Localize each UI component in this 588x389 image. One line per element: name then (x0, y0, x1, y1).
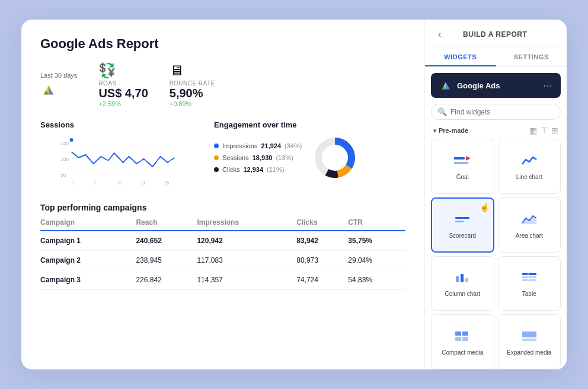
bounce-label: Bounce rate (170, 80, 215, 87)
widget-goal[interactable]: Goal (431, 139, 494, 194)
table-row: Campaign 1240,652120,94283,94235,75% (40, 231, 405, 251)
svg-text:5: 5 (94, 181, 96, 185)
table-cell: 29,04% (348, 251, 405, 270)
table-section: Top performing campaigns Campaign Reach … (40, 203, 405, 290)
period-label: Last 30 days (40, 72, 77, 79)
svg-rect-32 (522, 276, 536, 278)
widget-table[interactable]: Table (498, 256, 561, 311)
svg-rect-40 (522, 339, 536, 341)
more-options-button[interactable]: ⋯ (543, 80, 552, 91)
legend-clicks: Clicks 12,934 (11%) (214, 166, 302, 173)
report-title: Google Ads Report (40, 36, 405, 52)
stat-period: Last 30 days (40, 72, 77, 98)
roas-icon: 💱 (98, 62, 148, 79)
sessions-pct: (13%) (276, 154, 293, 161)
tab-settings[interactable]: SETTINGS (496, 47, 567, 66)
roas-label: ROAS (98, 80, 148, 87)
table-cell: 74,724 (296, 270, 348, 290)
engagement-inner: Impressions 21,924 (34%) Sessions 18,930… (214, 134, 405, 181)
widget-column[interactable]: Column chart (431, 256, 494, 311)
chevron-down-icon: ▾ (433, 127, 436, 134)
scorecard-icon (454, 212, 471, 229)
svg-rect-23 (454, 162, 468, 164)
widget-label-line: Line chart (516, 174, 542, 180)
bounce-icon: 🖥 (170, 62, 215, 79)
svg-marker-24 (466, 156, 471, 161)
roas-change: +2.59% (98, 100, 148, 107)
svg-text:10: 10 (117, 181, 122, 185)
stat-bounce: 🖥 Bounce rate 5,90% +0.89% (170, 62, 215, 107)
section-icons: ▦ ⊤ ⊞ (529, 126, 558, 135)
google-logo (40, 81, 57, 98)
widget-label-compact: Compact media (442, 349, 483, 356)
stat-roas: 💱 ROAS US$ 4,70 +2.59% (98, 62, 148, 107)
goal-icon (454, 154, 471, 170)
column-icon (454, 270, 471, 287)
svg-text:11: 11 (141, 181, 146, 185)
clicks-pct: (11%) (267, 166, 284, 173)
svg-rect-30 (465, 278, 468, 282)
table-cell: 120,942 (197, 231, 296, 251)
table-cell: Campaign 1 (40, 231, 136, 251)
table-cell: 35,75% (348, 231, 405, 251)
svg-rect-36 (462, 331, 468, 336)
svg-rect-37 (455, 337, 461, 341)
search-icon: 🔍 (437, 107, 447, 116)
table-cell: 226,842 (136, 270, 197, 290)
widget-label-area: Area chart (516, 232, 543, 239)
widget-label-scorecard: Scorecard (449, 232, 476, 239)
svg-rect-33 (522, 279, 536, 281)
clicks-dot (214, 167, 219, 172)
svg-text:100: 100 (61, 157, 69, 162)
roas-value: US$ 4,70 (98, 87, 148, 100)
col-clicks: Clicks (296, 218, 348, 231)
table-cell: 238,945 (136, 251, 197, 270)
widgets-grid: GoalLine chart☝ScorecardArea chartColumn… (425, 139, 567, 369)
sessions-dot (214, 155, 219, 160)
sessions-title: Sessions (40, 120, 200, 129)
area-icon (521, 212, 538, 229)
legend-impressions: Impressions 21,924 (34%) (214, 142, 302, 149)
svg-text:50: 50 (61, 173, 66, 178)
widget-area[interactable]: Area chart (498, 197, 561, 253)
legend: Impressions 21,924 (34%) Sessions 18,930… (214, 142, 302, 173)
widget-label-goal: Goal (456, 174, 469, 180)
widget-line[interactable]: Line chart (498, 139, 561, 194)
right-tabs: WIDGETS SETTINGS (425, 47, 567, 67)
table-row: Campaign 3226,842114,35774,72454,83% (40, 270, 405, 290)
stats-row: Last 30 days 💱 ROAS US$ 4,70 +2.59% (40, 62, 405, 107)
clicks-value: 12,934 (243, 166, 263, 173)
widget-scorecard[interactable]: ☝Scorecard (431, 197, 494, 253)
svg-rect-31 (522, 273, 536, 275)
right-panel: ‹ BUILD A REPORT WIDGETS SETTINGS Google… (424, 20, 567, 369)
col-campaign: Campaign (40, 218, 136, 231)
svg-text:15: 15 (165, 181, 170, 185)
svg-rect-22 (454, 157, 465, 160)
google-ads-row[interactable]: Google Ads ⋯ (431, 73, 561, 98)
col-ctr: CTR (348, 218, 405, 231)
sessions-chart: Sessions 150 100 50 1 5 10 11 15 (40, 120, 200, 190)
donut-chart (311, 134, 359, 181)
svg-text:1: 1 (73, 181, 75, 185)
engagement-chart: Engagement over time Impressions 21,924 … (214, 120, 405, 190)
table-cell: 114,357 (197, 270, 296, 290)
table-icon (521, 270, 538, 287)
table-cell: 80,973 (296, 251, 348, 270)
widget-label-table: Table (522, 291, 536, 297)
col-impressions: Impressions (197, 218, 296, 231)
table-cell: 240,652 (136, 231, 197, 251)
expanded-icon (521, 329, 538, 346)
widget-expanded[interactable]: Expanded media (498, 314, 561, 369)
google-ads-label: Google Ads (457, 81, 538, 90)
table-title: Top performing campaigns (40, 203, 405, 212)
search-input[interactable] (450, 108, 554, 116)
table-cell: 83,942 (296, 231, 348, 251)
svg-rect-38 (462, 337, 468, 341)
filter-icon: ⊤ (541, 126, 548, 135)
google-ads-logo-icon (439, 79, 452, 92)
back-button[interactable]: ‹ (434, 28, 445, 41)
impressions-pct: (34%) (285, 142, 302, 149)
widget-compact[interactable]: Compact media (431, 314, 494, 369)
tab-widgets[interactable]: WIDGETS (425, 47, 496, 66)
line-icon (521, 154, 538, 170)
